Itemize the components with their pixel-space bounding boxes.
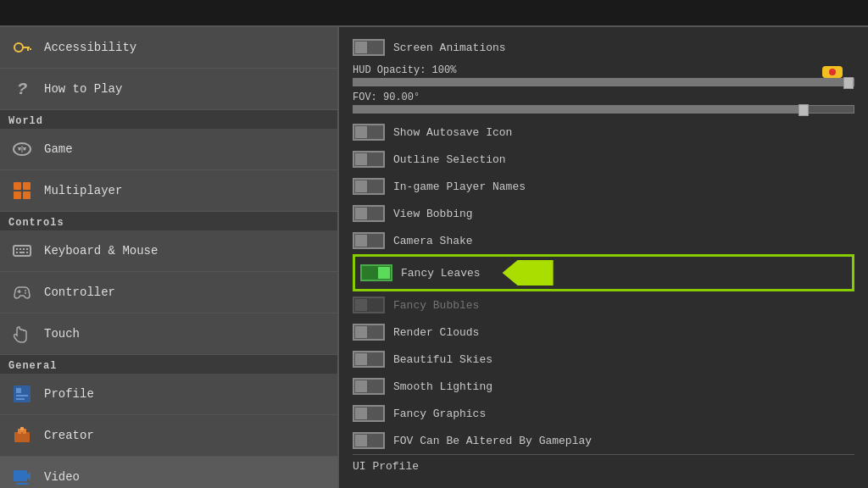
toggle-fancy-graphics[interactable] [353, 405, 385, 422]
svg-rect-37 [16, 483, 28, 485]
hud-opacity-label: HUD Opacity: 100% [353, 64, 854, 76]
svg-rect-15 [16, 248, 18, 250]
sidebar-item-label-accessibility: Accessibility [44, 41, 136, 54]
setting-label-show-autosave-icon: Show Autosave Icon [393, 126, 512, 139]
game-icon [10, 137, 34, 161]
sidebar-item-label-controller: Controller [44, 286, 115, 299]
svg-rect-35 [14, 470, 27, 481]
setting-label-outline-selection: Outline Selection [393, 153, 506, 166]
setting-label-in-game-player-names: In-game Player Names [393, 180, 526, 193]
setting-label-screen-animations: Screen Animations [393, 42, 506, 54]
sidebar-section-world: World [0, 110, 337, 129]
setting-label-fov-gameplay: FOV Can Be Altered By Gameplay [393, 435, 592, 447]
svg-rect-16 [19, 248, 21, 250]
setting-row-fov-gameplay[interactable]: FOV Can Be Altered By Gameplay [353, 427, 854, 454]
controller-icon [10, 280, 34, 304]
sidebar-item-label-keyboard: Keyboard & Mouse [44, 244, 158, 258]
title-bar [0, 0, 868, 27]
question-icon: ? [10, 77, 34, 101]
video-icon [10, 465, 34, 488]
setting-row-fancy-leaves[interactable]: Fancy Leaves [353, 254, 854, 291]
sidebar-item-how-to-play[interactable]: ?How to Play [0, 69, 337, 110]
hud-opacity-track[interactable] [353, 78, 854, 86]
sidebar-item-accessibility[interactable]: Accessibility [0, 27, 337, 69]
setting-row-view-bobbing[interactable]: View Bobbing [353, 200, 854, 227]
toggle-in-game-player-names[interactable] [353, 178, 385, 195]
svg-rect-23 [18, 291, 21, 293]
setting-label-view-bobbing: View Bobbing [393, 208, 473, 220]
setting-row-beautiful-skies[interactable]: Beautiful Skies [353, 346, 854, 373]
toggle-outline-selection[interactable] [353, 151, 385, 168]
sidebar: Accessibility?How to PlayWorld Game Mult… [0, 27, 339, 488]
setting-row-screen-animations[interactable]: Screen Animations [353, 34, 854, 61]
sidebar-item-keyboard[interactable]: Keyboard & Mouse [0, 230, 337, 272]
sidebar-item-game[interactable]: Game [0, 129, 337, 170]
sidebar-item-label-game: Game [44, 142, 73, 156]
svg-rect-3 [30, 48, 31, 50]
sidebar-item-label-touch: Touch [44, 327, 80, 341]
setting-label-render-clouds: Render Clouds [393, 326, 479, 339]
touch-icon [10, 322, 34, 346]
setting-label-beautiful-skies: Beautiful Skies [393, 353, 492, 366]
toggle-beautiful-skies[interactable] [353, 351, 385, 368]
tweaker-dot [829, 69, 836, 75]
svg-rect-10 [14, 182, 21, 190]
hud-opacity-container: HUD Opacity: 100% [353, 64, 854, 86]
sidebar-item-multiplayer[interactable]: Multiplayer [0, 170, 337, 212]
setting-row-fancy-bubbles[interactable]: Fancy Bubbles [353, 291, 854, 319]
sidebar-item-label-creator: Creator [44, 429, 94, 442]
svg-rect-17 [23, 248, 25, 250]
ui-profile-label: UI Profile [353, 454, 854, 478]
setting-row-show-autosave-icon[interactable]: Show Autosave Icon [353, 119, 854, 146]
sidebar-item-label-video: Video [44, 470, 80, 484]
toggle-screen-animations[interactable] [353, 39, 385, 56]
svg-rect-29 [16, 398, 25, 400]
svg-point-25 [25, 292, 26, 294]
sidebar-item-label-how-to-play: How to Play [44, 82, 122, 96]
setting-label-fancy-bubbles: Fancy Bubbles [393, 299, 479, 312]
fov-track[interactable] [353, 105, 854, 114]
toggle-fancy-leaves[interactable] [360, 264, 392, 281]
setting-label-camera-shake: Camera Shake [393, 235, 473, 247]
setting-row-outline-selection[interactable]: Outline Selection [353, 146, 854, 173]
fov-label: FOV: 90.00° [353, 92, 854, 103]
sidebar-item-controller[interactable]: Controller [0, 272, 337, 313]
sidebar-item-creator[interactable]: Creator [0, 415, 337, 457]
sidebar-section-general: General [0, 355, 337, 374]
sidebar-item-video[interactable]: Video [0, 457, 337, 488]
profile-icon [10, 382, 34, 406]
svg-rect-28 [16, 395, 28, 396]
toggle-camera-shake[interactable] [353, 232, 385, 249]
svg-rect-21 [26, 252, 28, 253]
sidebar-section-controls: Controls [0, 212, 337, 230]
svg-point-0 [14, 43, 23, 52]
svg-rect-32 [20, 427, 24, 430]
right-panel: Screen AnimationsHUD Opacity: 100%FOV: 9… [339, 27, 868, 488]
svg-rect-20 [19, 252, 25, 253]
svg-point-24 [25, 290, 26, 291]
toggle-smooth-lighting[interactable] [353, 378, 385, 395]
sidebar-item-label-multiplayer: Multiplayer [44, 184, 122, 197]
sidebar-item-profile[interactable]: Profile [0, 374, 337, 415]
tweaker-badge [822, 66, 843, 78]
setting-row-in-game-player-names[interactable]: In-game Player Names [353, 173, 854, 200]
setting-label-fancy-graphics: Fancy Graphics [393, 408, 486, 420]
svg-rect-2 [27, 48, 29, 51]
toggle-render-clouds[interactable] [353, 324, 385, 341]
setting-row-smooth-lighting[interactable]: Smooth Lighting [353, 373, 854, 400]
svg-rect-12 [14, 191, 21, 199]
toggle-view-bobbing[interactable] [353, 205, 385, 222]
setting-row-render-clouds[interactable]: Render Clouds [353, 319, 854, 346]
key-icon [10, 36, 34, 59]
setting-row-camera-shake[interactable]: Camera Shake [353, 227, 854, 254]
svg-rect-7 [18, 147, 21, 148]
toggle-fancy-bubbles[interactable] [353, 297, 385, 313]
toggle-show-autosave-icon[interactable] [353, 124, 385, 141]
setting-row-fancy-graphics[interactable]: Fancy Graphics [353, 400, 854, 427]
svg-rect-1 [23, 47, 30, 48]
sidebar-item-touch[interactable]: Touch [0, 313, 337, 355]
sidebar-item-label-profile: Profile [44, 387, 94, 401]
multiplayer-icon [10, 179, 34, 202]
toggle-fov-gameplay[interactable] [353, 432, 385, 449]
svg-marker-36 [27, 472, 31, 480]
